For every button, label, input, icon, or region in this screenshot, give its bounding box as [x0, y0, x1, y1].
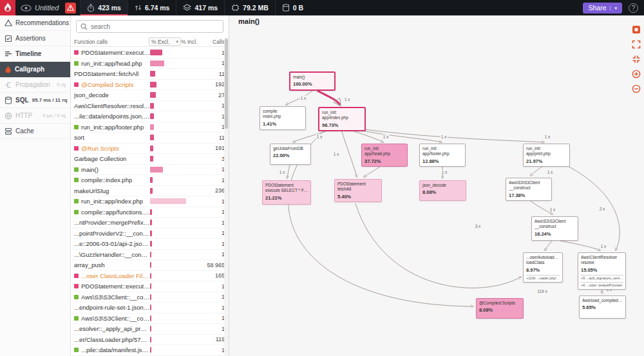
profile-title[interactable]: Untitled — [35, 4, 59, 12]
graph-node[interactable]: main()100.00% — [289, 71, 336, 91]
table-row[interactable]: json_decode27 — [71, 90, 224, 101]
table-row[interactable]: PDOStatement::execute(...)1 — [71, 48, 224, 59]
help-button[interactable]: ? — [629, 3, 638, 13]
compress-view-button[interactable] — [631, 54, 641, 64]
table-row[interactable]: Aws\S3\S3Client::__construct1 — [71, 314, 224, 324]
percent-bar — [150, 82, 202, 88]
table-row[interactable]: Aws\ClientResolver::resolve1 — [71, 101, 224, 112]
zoom-out-button[interactable] — [631, 84, 641, 93]
metric-storage[interactable]: 0 B — [275, 0, 310, 15]
metric-network-time[interactable]: 417 ms — [176, 0, 224, 15]
sidebar-item-label: Cache — [15, 127, 34, 135]
search-box[interactable] — [76, 20, 223, 33]
sidebar-item-cache[interactable]: Cache — [0, 124, 70, 139]
node-extra-line: +5 ...ault_signature_version — [581, 275, 623, 281]
edge — [293, 129, 331, 142]
sidebar-item-propagation[interactable]: Propagation 0 rq — [0, 77, 70, 93]
edge-label: 3 x — [475, 224, 482, 229]
table-row[interactable]: PDOStatement::execute(...)1 — [71, 281, 224, 292]
metric-wall-time[interactable]: 423 ms — [80, 0, 128, 15]
graph-node[interactable]: @Compiled Scripts8.08% — [476, 298, 524, 319]
search-input[interactable] — [91, 23, 219, 30]
function-name: run_init::app/head.php — [74, 60, 150, 67]
table-row[interactable]: run_init::app/footer.php1 — [71, 122, 224, 133]
table-row[interactable]: run_init::app/index.php1 — [71, 196, 224, 207]
graph-node[interactable]: getJobsFromDB22.00% — [270, 144, 311, 165]
call-count: 11 — [202, 135, 224, 141]
table-row[interactable]: Aws\S3\S3Client::__construct1 — [71, 292, 224, 303]
table-row[interactable]: ...ile::data/endpoints.json.php1 — [71, 111, 224, 122]
table-row[interactable]: ...er/ClassLoader.php/575-577119 — [71, 335, 224, 346]
graph-node[interactable]: run_init:app/print.php21.97% — [523, 144, 570, 167]
metric-io-time[interactable]: 6.74 ms — [128, 0, 176, 15]
table-row[interactable]: makeUrlSlug236 — [71, 186, 224, 197]
table-row[interactable]: ...oser ClassLoader File Finder165 — [71, 271, 224, 282]
column-calls[interactable]: Calls — [204, 39, 225, 45]
percent-bar — [150, 273, 202, 279]
table-row[interactable]: sort11 — [71, 133, 224, 144]
function-name: run_init::app/footer.php — [74, 124, 150, 131]
timeline-bars-icon — [5, 50, 12, 57]
visibility-button[interactable] — [21, 5, 32, 12]
sidebar-item-assertions[interactable]: Assertions — [0, 31, 70, 46]
function-name: array_push — [74, 261, 150, 268]
table-row[interactable]: ...e::2006-03-01/api-2.json.php1 — [71, 239, 224, 250]
graph-node[interactable]: run_init:app/index.php96.73% — [318, 107, 366, 131]
node-percent: 1.41% — [263, 121, 303, 127]
table-row[interactable]: @Compiled Scripts192 — [71, 80, 224, 91]
call-count: 1 — [202, 124, 224, 130]
table-row[interactable]: array_push58 965 — [71, 260, 224, 271]
column-excl-sort-dropdown[interactable]: % Excl. ▾ — [149, 37, 181, 46]
table-row[interactable]: compile::index.php1 — [71, 175, 224, 186]
metric-memory[interactable]: 79.2 MB — [224, 0, 275, 15]
share-button[interactable]: Share ▾ — [583, 3, 622, 14]
table-row[interactable]: ...\GuzzleHandler::__construct1 — [71, 250, 224, 261]
table-row[interactable]: ...esolver::_apply_api_provider1 — [71, 324, 224, 335]
network-layers-icon — [183, 4, 191, 12]
fit-view-button[interactable] — [631, 24, 641, 34]
panel-scrollbar[interactable] — [224, 37, 229, 356]
graph-node[interactable]: Aws\S3\S3Client__construct16.24% — [531, 216, 578, 241]
sidebar-item-callgraph[interactable]: Callgraph — [0, 62, 70, 77]
zoom-in-button[interactable] — [631, 69, 641, 79]
edge-label: 1 x — [441, 170, 448, 174]
edge-label: 1 x — [547, 170, 554, 174]
sidebar-item-http[interactable]: HTTP 0 μs / 0 rq — [0, 108, 70, 124]
graph-node[interactable]: Aws\S3\S3Client__construct17.38% — [506, 178, 552, 201]
alert-status-button[interactable] — [65, 3, 76, 14]
graph-node[interactable]: compileindex.php1.41% — [260, 106, 306, 130]
function-name: PDOStatement::execute(...) — [74, 49, 150, 56]
table-row[interactable]: compile::app/functions.php1 — [71, 207, 224, 218]
table-row[interactable]: @Run Scripts191 — [71, 144, 224, 155]
table-row[interactable]: ...pointProviderV2::__construct1 — [71, 229, 224, 239]
sidebar-item-sql[interactable]: SQL 95.7 ms / 11 rq — [0, 93, 70, 108]
table-row[interactable]: Garbage Collection3 — [71, 154, 224, 165]
node-percent: 8.08% — [479, 307, 521, 314]
table-header: Function calls % Excl. ▾ % Incl. Calls — [71, 37, 229, 47]
table-row[interactable]: run_init::app/head.php1 — [71, 59, 224, 70]
table-row[interactable]: main()1 — [71, 165, 224, 176]
graph-node[interactable]: Aws\load_compiled_json5.65% — [579, 295, 626, 319]
table-row[interactable]: ...pile::data/manifest.json.php1 — [71, 345, 224, 356]
graph-node[interactable]: PDOStatementexecute SELECT * FROM jobs .… — [262, 180, 311, 205]
graph-node[interactable]: json_decode8.08% — [419, 180, 466, 201]
node-function-name: Aws\load_compiled_json — [582, 298, 623, 303]
warning-triangle-icon — [67, 5, 74, 11]
graph-node[interactable]: ...oserAutoloadClassLoaderloadClass8.97%… — [523, 252, 563, 283]
callgraph-canvas[interactable]: main() main()100.00%compil — [229, 15, 644, 356]
fullscreen-button[interactable] — [631, 39, 641, 49]
scrollbar-thumb[interactable] — [225, 39, 228, 129]
app-logo[interactable] — [0, 0, 15, 15]
table-row[interactable]: ...endpoint-rule-set-1.json.php1 — [71, 303, 224, 314]
sidebar-item-recommendations[interactable]: Recommendations 10 — [0, 15, 70, 31]
percent-bar — [150, 50, 202, 55]
graph-node[interactable]: Aws\ClientResolverresolve15.05%+5 ...aul… — [578, 252, 626, 290]
graph-node[interactable]: run_init:app/footer.php12.88% — [419, 144, 466, 167]
sidebar-item-timeline[interactable]: Timeline — [0, 46, 70, 62]
table-row[interactable]: PDOStatement::fetchAll11 — [71, 69, 224, 80]
function-name: makeUrlSlug — [74, 187, 150, 194]
table-row[interactable]: ...ntProvider::mergePrefixData1 — [71, 218, 224, 229]
graph-node[interactable]: PDOStatementfetchAll5.40% — [334, 179, 382, 202]
column-incl[interactable]: % Incl. — [181, 39, 204, 45]
graph-node[interactable]: run_init:app/head.php37.72% — [361, 144, 408, 167]
